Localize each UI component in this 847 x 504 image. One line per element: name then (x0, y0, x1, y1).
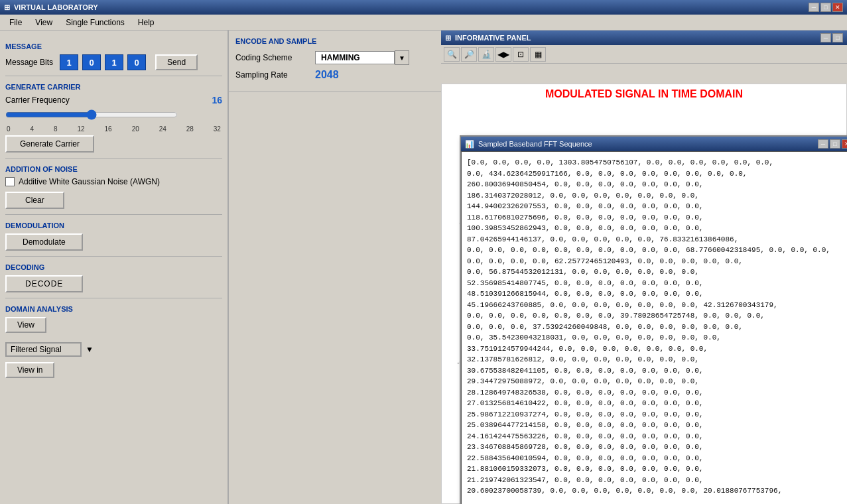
tick-32: 32 (214, 125, 221, 133)
divider-4 (5, 256, 222, 257)
tick-8: 8 (54, 125, 58, 133)
divider-2 (5, 158, 222, 158)
menu-help[interactable]: Help (131, 17, 161, 29)
coding-scheme-row: Coding Scheme HAMMING ▼ (235, 50, 434, 65)
clear-button[interactable]: Clear (5, 192, 64, 209)
fft-popup: 📊 Sampled Baseband FFT Sequence ─ □ ✕ [0… (460, 135, 847, 504)
decode-section: DECODING DECODE (5, 263, 222, 292)
chart-title: MODULATED SIGNAL IN TIME DOMAIN (442, 84, 846, 104)
info-minimize-button[interactable]: ─ (820, 33, 831, 42)
toolbar-nav-button[interactable]: ◀▶ (495, 47, 511, 62)
bit-1-button[interactable]: 0 (82, 54, 101, 70)
coding-scheme-value[interactable]: HAMMING (315, 51, 395, 64)
slider-container (5, 109, 178, 123)
generate-carrier-button[interactable]: Generate Carrier (5, 135, 94, 153)
minimize-button[interactable]: ─ (809, 3, 819, 12)
toolbar-zoom-out-button[interactable]: 🔬 (478, 47, 494, 62)
fft-icon: 📊 (465, 140, 474, 149)
sampling-rate-label: Sampling Rate (235, 70, 308, 80)
domain-section-title: DOMAIN ANALYSIS (5, 305, 222, 313)
coding-dropdown-button[interactable]: ▼ (395, 50, 409, 65)
tick-16: 16 (105, 125, 112, 133)
noise-section-title: ADDITION OF NOISE (5, 165, 222, 173)
tick-0: 0 (7, 125, 11, 133)
view-in-button[interactable]: View in (5, 362, 54, 378)
domain-section: DOMAIN ANALYSIS View Filtered Signal Raw… (5, 305, 222, 383)
awgn-label: Additive White Gaussian Noise (AWGN) (19, 177, 160, 186)
carrier-freq-slider[interactable] (5, 109, 178, 120)
title-bar-left: ⊞ VIRTUAL LABORATORY (4, 3, 98, 12)
info-toolbar: 🔍 🔎 🔬 ◀▶ ⊡ ▦ (441, 45, 847, 64)
app-title: VIRTUAL LABORATORY (14, 3, 98, 11)
title-bar: ⊞ VIRTUAL LABORATORY ─ □ ✕ (0, 0, 847, 15)
chart-title-text: MODULATED SIGNAL IN TIME DOMAIN (545, 88, 743, 99)
tick-12: 12 (78, 125, 85, 133)
carrier-section-title: GENERATE CARRIER (5, 83, 222, 91)
toolbar-fit-button[interactable]: ⊡ (513, 47, 529, 62)
divider-1 (5, 76, 222, 76)
send-button[interactable]: Send (155, 54, 198, 70)
encode-panel-title: ENCODE AND SAMPLE (235, 37, 434, 45)
tick-20: 20 (132, 125, 139, 133)
sampling-rate-row: Sampling Rate 2048 (235, 69, 434, 81)
toolbar-zoom-button[interactable]: 🔎 (461, 47, 477, 62)
coding-select-container: HAMMING ▼ (315, 50, 409, 65)
info-panel-title: INFORMATIVE PANEL (455, 34, 531, 42)
fft-maximize-button[interactable]: □ (830, 139, 840, 149)
demod-section: DEMODULATION Demodulate (5, 221, 222, 251)
bit-3-button[interactable]: 0 (127, 54, 146, 70)
fft-minimize-button[interactable]: ─ (818, 139, 828, 149)
domain-signal-select[interactable]: Filtered Signal Raw Signal Encoded Signa… (5, 342, 82, 357)
info-maximize-button[interactable]: □ (832, 33, 843, 42)
menu-view[interactable]: View (29, 17, 59, 29)
tick-24: 24 (159, 125, 166, 133)
divider-5 (5, 298, 222, 298)
awgn-checkbox[interactable] (5, 177, 15, 186)
dropdown-icon: ▼ (86, 345, 94, 354)
message-section: MESSAGE Message Bits 1 0 1 0 Send (5, 42, 222, 70)
message-section-title: MESSAGE (5, 42, 222, 50)
info-icon: ⊞ (445, 34, 451, 42)
menu-single-functions[interactable]: Single Functions (59, 17, 131, 29)
left-panel: MESSAGE Message Bits 1 0 1 0 Send GENERA… (0, 31, 229, 504)
awgn-row: Additive White Gaussian Noise (AWGN) (5, 177, 222, 186)
right-area: ENCODE AND SAMPLE Coding Scheme HAMMING … (229, 31, 847, 504)
info-panel-container: ⊞ INFORMATIVE PANEL ─ □ 🔍 🔎 🔬 ◀▶ ⊡ ▦ (441, 31, 847, 64)
menu-bar: File View Single Functions Help (0, 15, 847, 31)
decode-button[interactable]: DECODE (5, 275, 83, 292)
fft-title-left: 📊 Sampled Baseband FFT Sequence (465, 140, 592, 149)
toolbar-grid-button[interactable]: ▦ (530, 47, 546, 62)
fft-title-bar: 📊 Sampled Baseband FFT Sequence ─ □ ✕ (461, 137, 847, 151)
info-panel-title-left: ⊞ INFORMATIVE PANEL (445, 34, 531, 42)
title-bar-controls[interactable]: ─ □ ✕ (809, 3, 843, 12)
decode-section-title: DECODING (5, 263, 222, 271)
fft-title-text: Sampled Baseband FFT Sequence (478, 140, 592, 148)
carrier-section: GENERATE CARRIER Carrier Frequency 16 0 … (5, 83, 222, 153)
carrier-freq-value: 16 (212, 95, 222, 105)
maximize-button[interactable]: □ (820, 3, 831, 12)
coding-scheme-label: Coding Scheme (235, 53, 308, 62)
toolbar-magnify-button[interactable]: 🔍 (444, 47, 460, 62)
bit-2-button[interactable]: 1 (105, 54, 123, 70)
message-bits-label: Message Bits (5, 58, 53, 67)
fft-controls[interactable]: ─ □ ✕ (818, 139, 847, 149)
menu-file[interactable]: File (3, 17, 29, 29)
noise-section: ADDITION OF NOISE Additive White Gaussia… (5, 165, 222, 209)
bit-0-button[interactable]: 1 (60, 54, 78, 70)
domain-row: Filtered Signal Raw Signal Encoded Signa… (5, 342, 222, 357)
demodulate-button[interactable]: Demodulate (5, 233, 83, 251)
tick-4: 4 (31, 125, 34, 133)
close-button[interactable]: ✕ (832, 3, 843, 12)
info-panel-controls[interactable]: ─ □ (820, 33, 843, 42)
carrier-freq-row: Carrier Frequency 16 (5, 95, 222, 105)
sampling-rate-value: 2048 (315, 69, 339, 81)
fft-content[interactable]: [0.0, 0.0, 0.0, 0.0, 1303.8054750756107,… (461, 151, 847, 504)
encode-panel: ENCODE AND SAMPLE Coding Scheme HAMMING … (229, 31, 441, 92)
fft-close-button[interactable]: ✕ (842, 139, 847, 149)
message-bits-row: Message Bits 1 0 1 0 Send (5, 54, 222, 70)
carrier-freq-label: Carrier Frequency (5, 95, 70, 105)
view-domain-button[interactable]: View (5, 317, 46, 333)
main-layout: MESSAGE Message Bits 1 0 1 0 Send GENERA… (0, 31, 847, 504)
info-panel-title-bar: ⊞ INFORMATIVE PANEL ─ □ (441, 31, 847, 45)
tick-28: 28 (186, 125, 194, 133)
